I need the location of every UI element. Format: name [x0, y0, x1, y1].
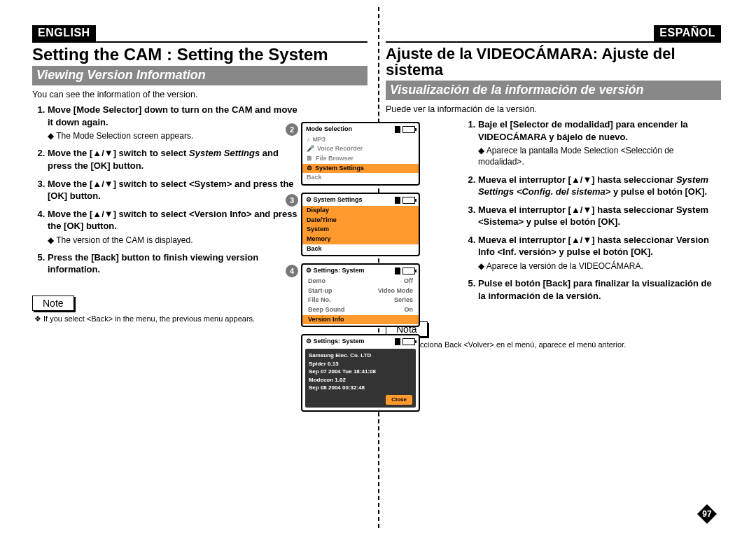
page-title-en: Setting the CAM : Setting the System — [32, 46, 368, 63]
page-title-es: Ajuste de la VIDEOCÁMARA: Ajuste del sis… — [386, 46, 721, 78]
battery-icon — [402, 197, 415, 204]
card-icon — [395, 197, 400, 204]
back-label-2: Back — [307, 174, 322, 182]
step-3-es: Mueva el interruptor [▲/▼] hasta selecci… — [478, 204, 721, 228]
menu-item-back-3[interactable]: Back — [302, 244, 419, 254]
language-badge-en: ENGLISH — [32, 25, 96, 41]
device-screens-column: 2 Mode Selection ♪ MP3 🎤 Voice Recorder … — [301, 122, 431, 419]
k-startup: Start-up — [308, 287, 332, 296]
ss-label: System Settings — [315, 165, 364, 173]
ver-line-2: Spider 0.13 — [309, 360, 412, 368]
battery-icon — [402, 338, 415, 345]
status-icons — [395, 126, 415, 133]
v-fileno: Series — [394, 296, 413, 305]
version-info-body: Samsung Elec. Co. LTD Spider 0.13 Sep 07… — [305, 349, 416, 408]
version-info-screen: ⚙ Settings: System Samsung Elec. Co. LTD… — [301, 334, 420, 412]
ver-line-3: Sep 07 2004 Tue 18:41:08 — [309, 368, 412, 376]
kv-fileno[interactable]: File No.Series — [302, 296, 419, 305]
fb-label: File Browser — [316, 155, 354, 163]
battery-icon — [402, 126, 415, 133]
spanish-column: ESPAÑOL Ajuste de la VIDEOCÁMARA: Ajuste… — [386, 25, 721, 350]
step-4-sub-es: Aparece la versión de la VIDEOCÁMARA. — [478, 260, 721, 272]
section-heading-en: Viewing Version Information — [32, 66, 368, 85]
intro-en: You can see the information of the versi… — [32, 90, 368, 99]
step-2a: Move the [▲/▼] switch to select — [48, 148, 189, 158]
section-heading-es: Visualización de la información de versi… — [386, 81, 721, 100]
screen-5-wrap: ⚙ Settings: System Samsung Elec. Co. LTD… — [301, 334, 431, 412]
menu-item-memory[interactable]: Memory — [302, 235, 419, 244]
card-icon — [395, 338, 400, 345]
step-1-sub-es: Aparece la pantalla Mode Selection <Sele… — [478, 145, 721, 167]
screen-5-title: ⚙ Settings: System — [306, 338, 365, 346]
screen-3-wrap: 3 ⚙ System Settings Display Date/Time Sy… — [301, 193, 431, 256]
step-4-text-es: Mueva el interruptor [▲/▼] hasta selecci… — [478, 235, 709, 258]
close-button[interactable]: Close — [386, 395, 412, 405]
status-icons-5 — [395, 338, 415, 345]
language-badge-es: ESPAÑOL — [654, 25, 721, 41]
step-5-es: Pulse el botón [Back] para finalizar la … — [478, 277, 721, 302]
vr-label: Voice Recorder — [317, 145, 363, 153]
step-1-en: Move [Mode Selector] down to turn on the… — [48, 104, 300, 141]
step-badge-3: 3 — [286, 194, 298, 207]
step-4-sub: The version of the CAM is displayed. — [48, 235, 300, 246]
note-label-en: Note — [32, 296, 74, 311]
k-fileno: File No. — [308, 296, 331, 305]
note-text-es: Si selecciona Back <Volver> en el menú, … — [386, 340, 721, 350]
step-4-en: Move the [▲/▼] switch to select <Version… — [48, 208, 300, 246]
kv-startup[interactable]: Start-upVideo Mode — [302, 286, 419, 296]
steps-list-en: Move [Mode Selector] down to turn on the… — [32, 104, 300, 276]
menu-item-display[interactable]: Display — [302, 206, 419, 216]
k-beep: Beep Sound — [308, 306, 345, 314]
menu-item-back[interactable]: Back — [302, 173, 419, 183]
card-icon — [395, 268, 400, 275]
menu-item-mp3[interactable]: ♪ MP3 — [302, 135, 419, 145]
screen-4-title: ⚙ Settings: System — [306, 267, 365, 275]
intro-es: Puede ver la información de la versión. — [386, 104, 721, 114]
screen-2-wrap: 2 Mode Selection ♪ MP3 🎤 Voice Recorder … — [301, 122, 431, 186]
step-1-text: Move [Mode Selector] down to turn on the… — [48, 104, 298, 127]
step-badge-2: 2 — [286, 123, 298, 136]
menu-item-file-browser[interactable]: 🗎 File Browser — [302, 154, 419, 164]
s5-title-text: Settings: System — [314, 338, 365, 345]
s3-title-text: System Settings — [314, 196, 363, 203]
system-settings-screen: ⚙ System Settings Display Date/Time Syst… — [301, 193, 420, 256]
manual-page: ENGLISH Setting the CAM : Setting the Sy… — [0, 0, 756, 535]
step-2-en: Move the [▲/▼] switch to select System S… — [48, 147, 300, 172]
kv-version-info[interactable]: Version Info — [302, 315, 419, 325]
menu-item-system[interactable]: System — [302, 225, 419, 235]
s4-title-text: Settings: System — [314, 267, 365, 274]
k-ver: Version Info — [308, 316, 344, 324]
steps-list-es: Baje el [Selector de modalidad] para enc… — [463, 118, 721, 302]
status-icons-4 — [395, 268, 415, 275]
screen-4-wrap: 4 ⚙ Settings: System DemoOff Start-upVid… — [301, 263, 431, 327]
step-4-text: Move the [▲/▼] switch to select <Version… — [48, 209, 298, 232]
ver-line-4: Modecon 1.02 — [309, 376, 412, 384]
step-1-sub: The Mode Selection screen appears. — [48, 130, 300, 141]
v-startup: Video Mode — [378, 287, 413, 296]
step-2b: System Settings — [189, 148, 260, 158]
step-1-text-es: Baje el [Selector de modalidad] para enc… — [478, 119, 688, 142]
status-icons-3 — [395, 197, 415, 204]
rule-top-es — [386, 41, 721, 43]
rule-top-en — [32, 41, 368, 43]
ver-line-1: Samsung Elec. Co. LTD — [309, 352, 412, 360]
kv-beep[interactable]: Beep SoundOn — [302, 305, 419, 315]
settings-system-screen: ⚙ Settings: System DemoOff Start-upVideo… — [301, 263, 420, 327]
k-demo: Demo — [308, 277, 326, 286]
ver-line-5: Sep 08 2004 00:32:48 — [309, 384, 412, 392]
menu-item-system-settings[interactable]: ⚙ System Settings — [302, 164, 419, 174]
v-beep: On — [405, 306, 414, 314]
menu-item-voice-recorder[interactable]: 🎤 Voice Recorder — [302, 144, 419, 154]
step-5-en: Press the [Back] button to finish viewin… — [48, 251, 300, 276]
step-2a-es: Mueva el interruptor [▲/▼] hasta selecci… — [478, 174, 676, 185]
kv-demo[interactable]: DemoOff — [302, 277, 419, 286]
mp3-label: MP3 — [313, 136, 326, 144]
step-2-es: Mueva el interruptor [▲/▼] hasta selecci… — [478, 174, 721, 198]
page-number: 97 — [697, 504, 717, 524]
menu-item-datetime[interactable]: Date/Time — [302, 216, 419, 225]
battery-icon — [402, 268, 415, 275]
mode-selection-screen: Mode Selection ♪ MP3 🎤 Voice Recorder 🗎 … — [301, 122, 420, 186]
step-1-es: Baje el [Selector de modalidad] para enc… — [478, 118, 721, 167]
card-icon — [395, 126, 400, 133]
step-2c-es: y pulse el botón [OK]. — [610, 186, 707, 197]
